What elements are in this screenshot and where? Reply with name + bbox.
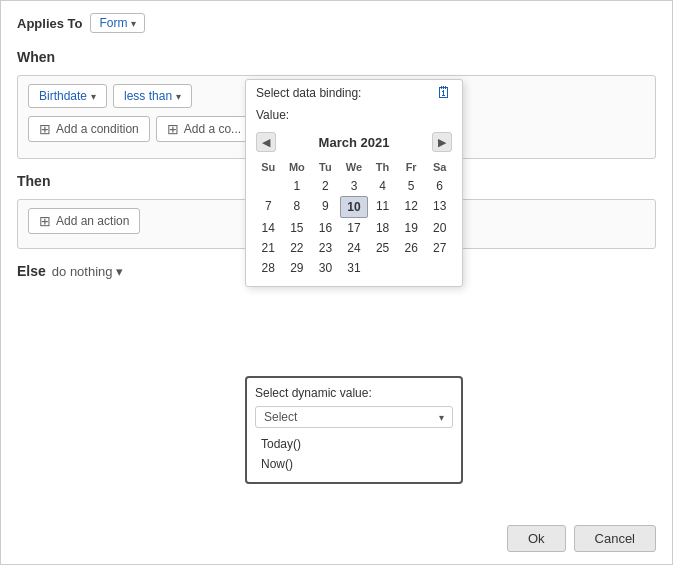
select-dropdown-arrow: ▾ (439, 412, 444, 423)
cal-day-empty-1 (254, 176, 283, 196)
select-dynamic-dropdown[interactable]: Select ▾ (255, 406, 453, 428)
cal-week-3: 14 15 16 17 18 19 20 (254, 218, 454, 238)
select-placeholder: Select (264, 410, 297, 424)
cal-week-2: 7 8 9 10 11 12 13 (254, 196, 454, 218)
cal-day-6[interactable]: 6 (425, 176, 454, 196)
cal-day-18[interactable]: 18 (368, 218, 397, 238)
cal-day-22[interactable]: 22 (283, 238, 312, 258)
operator-arrow: ▾ (176, 91, 181, 102)
cal-header-th: Th (368, 158, 397, 176)
cal-week-1: 1 2 3 4 5 6 (254, 176, 454, 196)
cancel-button[interactable]: Cancel (574, 525, 656, 552)
cal-week-5: 28 29 30 31 (254, 258, 454, 278)
ok-button[interactable]: Ok (507, 525, 566, 552)
cal-header-mo: Mo (283, 158, 312, 176)
cal-day-4[interactable]: 4 (368, 176, 397, 196)
option-today[interactable]: Today() (255, 434, 453, 454)
cal-day-20[interactable]: 20 (425, 218, 454, 238)
add-condition-label: Add a condition (56, 122, 139, 136)
cal-header-tu: Tu (311, 158, 340, 176)
birthdate-arrow: ▾ (91, 91, 96, 102)
cal-header-su: Su (254, 158, 283, 176)
cal-header-row: Su Mo Tu We Th Fr Sa (254, 158, 454, 176)
cal-day-10[interactable]: 10 (340, 196, 369, 218)
cal-day-17[interactable]: 17 (340, 218, 369, 238)
option-now[interactable]: Now() (255, 454, 453, 474)
cal-header-fr: Fr (397, 158, 426, 176)
form-label: Form (99, 16, 127, 30)
add-condition-icon-2: ⊞ (167, 121, 179, 137)
applies-to-label: Applies To (17, 16, 82, 31)
cal-day-15[interactable]: 15 (283, 218, 312, 238)
cal-day-empty-4 (425, 258, 454, 278)
prev-month-button[interactable]: ◀ (256, 132, 276, 152)
cal-header-sa: Sa (425, 158, 454, 176)
cal-day-empty-2 (368, 258, 397, 278)
calendar-grid: Su Mo Tu We Th Fr Sa 1 2 3 4 5 6 7 8 (246, 158, 462, 286)
dynamic-value-label: Select dynamic value: (255, 386, 453, 400)
cal-day-16[interactable]: 16 (311, 218, 340, 238)
add-condition-label-2: Add a co... (184, 122, 241, 136)
binding-icon[interactable]: 🗓 (436, 84, 452, 102)
birthdate-dropdown[interactable]: Birthdate ▾ (28, 84, 107, 108)
cal-day-27[interactable]: 27 (425, 238, 454, 258)
operator-label: less than (124, 89, 172, 103)
cal-day-11[interactable]: 11 (368, 196, 397, 218)
when-title: When (17, 49, 656, 65)
add-action-label: Add an action (56, 214, 129, 228)
datepicker-header: ◀ March 2021 ▶ (246, 126, 462, 158)
cal-day-empty-3 (397, 258, 426, 278)
cal-day-29[interactable]: 29 (283, 258, 312, 278)
month-year-label: March 2021 (319, 135, 390, 150)
birthdate-label: Birthdate (39, 89, 87, 103)
cal-day-7[interactable]: 7 (254, 196, 283, 218)
form-dropdown[interactable]: Form ▾ (90, 13, 145, 33)
add-condition-button[interactable]: ⊞ Add a condition (28, 116, 150, 142)
cal-day-24[interactable]: 24 (340, 238, 369, 258)
binding-label: Select data binding: (256, 86, 361, 100)
cal-day-13[interactable]: 13 (425, 196, 454, 218)
footer: Ok Cancel (507, 525, 656, 552)
datepicker-popup: Select data binding: 🗓 Value: ◀ March 20… (245, 79, 463, 287)
do-nothing-arrow: ▾ (116, 264, 123, 279)
cal-week-4: 21 22 23 24 25 26 27 (254, 238, 454, 258)
cal-day-2[interactable]: 2 (311, 176, 340, 196)
main-panel: Applies To Form ▾ When Birthdate ▾ less … (0, 0, 673, 565)
cal-day-14[interactable]: 14 (254, 218, 283, 238)
operator-dropdown[interactable]: less than ▾ (113, 84, 192, 108)
else-label: Else (17, 263, 46, 279)
cal-day-28[interactable]: 28 (254, 258, 283, 278)
cal-day-21[interactable]: 21 (254, 238, 283, 258)
cal-day-12[interactable]: 12 (397, 196, 426, 218)
binding-row: Select data binding: 🗓 (246, 80, 462, 106)
add-action-button[interactable]: ⊞ Add an action (28, 208, 140, 234)
next-month-button[interactable]: ▶ (432, 132, 452, 152)
cal-day-26[interactable]: 26 (397, 238, 426, 258)
add-condition-button-2[interactable]: ⊞ Add a co... (156, 116, 252, 142)
do-nothing-dropdown[interactable]: do nothing ▾ (52, 264, 123, 279)
do-nothing-label: do nothing (52, 264, 113, 279)
add-action-icon: ⊞ (39, 213, 51, 229)
cal-day-8[interactable]: 8 (283, 196, 312, 218)
form-dropdown-arrow: ▾ (131, 18, 136, 29)
applies-to-row: Applies To Form ▾ (17, 13, 656, 33)
dynamic-value-box: Select dynamic value: Select ▾ Today() N… (245, 376, 463, 484)
add-condition-icon: ⊞ (39, 121, 51, 137)
cal-day-31[interactable]: 31 (340, 258, 369, 278)
cal-day-30[interactable]: 30 (311, 258, 340, 278)
cal-day-1[interactable]: 1 (283, 176, 312, 196)
cal-day-5[interactable]: 5 (397, 176, 426, 196)
cal-day-3[interactable]: 3 (340, 176, 369, 196)
cal-day-23[interactable]: 23 (311, 238, 340, 258)
cal-day-25[interactable]: 25 (368, 238, 397, 258)
value-label: Value: (246, 106, 462, 126)
cal-day-9[interactable]: 9 (311, 196, 340, 218)
cal-header-we: We (340, 158, 369, 176)
cal-day-19[interactable]: 19 (397, 218, 426, 238)
